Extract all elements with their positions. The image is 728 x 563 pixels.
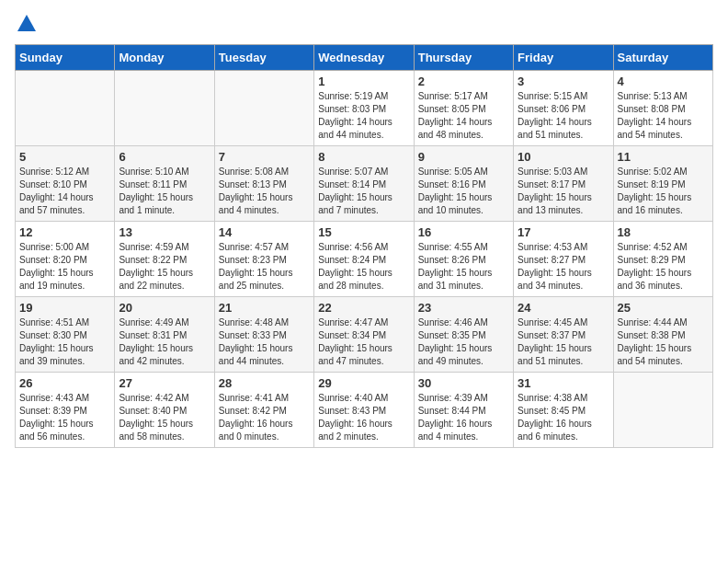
calendar-day-cell: 3Sunrise: 5:15 AM Sunset: 8:06 PM Daylig… <box>514 71 613 146</box>
day-info: Sunrise: 4:47 AM Sunset: 8:34 PM Dayligh… <box>318 316 409 368</box>
calendar-day-cell: 8Sunrise: 5:07 AM Sunset: 8:14 PM Daylig… <box>314 146 414 222</box>
day-info: Sunrise: 4:46 AM Sunset: 8:35 PM Dayligh… <box>418 316 509 368</box>
calendar-day-cell: 21Sunrise: 4:48 AM Sunset: 8:33 PM Dayli… <box>214 297 313 373</box>
day-info: Sunrise: 4:49 AM Sunset: 8:31 PM Dayligh… <box>119 316 210 368</box>
day-number: 31 <box>518 376 609 390</box>
day-number: 4 <box>618 75 709 88</box>
day-number: 15 <box>318 225 409 239</box>
logo-triangle-icon <box>17 15 36 31</box>
calendar-day-cell: 30Sunrise: 4:39 AM Sunset: 8:44 PM Dayli… <box>414 373 513 448</box>
calendar-day-cell: 12Sunrise: 5:00 AM Sunset: 8:20 PM Dayli… <box>16 222 115 297</box>
day-info: Sunrise: 5:08 AM Sunset: 8:13 PM Dayligh… <box>219 166 310 217</box>
calendar-day-cell: 17Sunrise: 4:53 AM Sunset: 8:27 PM Dayli… <box>514 222 613 297</box>
calendar-day-cell <box>16 71 115 146</box>
calendar-week-row: 5Sunrise: 5:12 AM Sunset: 8:10 PM Daylig… <box>16 146 713 222</box>
day-info: Sunrise: 5:05 AM Sunset: 8:16 PM Dayligh… <box>418 166 509 217</box>
day-number: 18 <box>618 225 709 239</box>
calendar-day-cell: 24Sunrise: 4:45 AM Sunset: 8:37 PM Dayli… <box>514 297 613 373</box>
day-info: Sunrise: 4:45 AM Sunset: 8:37 PM Dayligh… <box>518 316 609 368</box>
calendar-day-cell: 16Sunrise: 4:55 AM Sunset: 8:26 PM Dayli… <box>414 222 513 297</box>
calendar-week-row: 12Sunrise: 5:00 AM Sunset: 8:20 PM Dayli… <box>16 222 713 297</box>
calendar-day-cell <box>115 71 214 146</box>
day-info: Sunrise: 4:59 AM Sunset: 8:22 PM Dayligh… <box>119 241 210 293</box>
calendar-day-cell: 14Sunrise: 4:57 AM Sunset: 8:23 PM Dayli… <box>214 222 313 297</box>
day-info: Sunrise: 4:41 AM Sunset: 8:42 PM Dayligh… <box>219 392 310 443</box>
day-number: 14 <box>219 225 310 239</box>
day-number: 26 <box>19 376 110 390</box>
day-info: Sunrise: 5:00 AM Sunset: 8:20 PM Dayligh… <box>19 241 110 293</box>
day-info: Sunrise: 4:39 AM Sunset: 8:44 PM Dayligh… <box>418 392 509 443</box>
day-info: Sunrise: 4:40 AM Sunset: 8:43 PM Dayligh… <box>318 392 409 443</box>
calendar-header-friday: Friday <box>514 45 613 71</box>
calendar-day-cell: 19Sunrise: 4:51 AM Sunset: 8:30 PM Dayli… <box>16 297 115 373</box>
calendar-header-tuesday: Tuesday <box>214 45 313 71</box>
day-number: 24 <box>518 301 609 315</box>
day-number: 11 <box>618 150 709 164</box>
day-number: 8 <box>318 150 409 164</box>
calendar-day-cell: 29Sunrise: 4:40 AM Sunset: 8:43 PM Dayli… <box>314 373 414 448</box>
day-info: Sunrise: 5:12 AM Sunset: 8:10 PM Dayligh… <box>19 166 110 217</box>
calendar-day-cell: 20Sunrise: 4:49 AM Sunset: 8:31 PM Dayli… <box>115 297 214 373</box>
calendar-day-cell: 13Sunrise: 4:59 AM Sunset: 8:22 PM Dayli… <box>115 222 214 297</box>
calendar-header-row: SundayMondayTuesdayWednesdayThursdayFrid… <box>16 45 713 71</box>
day-info: Sunrise: 5:17 AM Sunset: 8:05 PM Dayligh… <box>418 90 509 142</box>
calendar-day-cell: 28Sunrise: 4:41 AM Sunset: 8:42 PM Dayli… <box>214 373 313 448</box>
calendar-day-cell: 27Sunrise: 4:42 AM Sunset: 8:40 PM Dayli… <box>115 373 214 448</box>
calendar-week-row: 19Sunrise: 4:51 AM Sunset: 8:30 PM Dayli… <box>16 297 713 373</box>
calendar-day-cell: 25Sunrise: 4:44 AM Sunset: 8:38 PM Dayli… <box>613 297 712 373</box>
day-info: Sunrise: 5:07 AM Sunset: 8:14 PM Dayligh… <box>318 166 409 217</box>
calendar-day-cell: 11Sunrise: 5:02 AM Sunset: 8:19 PM Dayli… <box>613 146 712 222</box>
calendar-week-row: 26Sunrise: 4:43 AM Sunset: 8:39 PM Dayli… <box>16 373 713 448</box>
day-number: 21 <box>219 301 310 315</box>
calendar-header-saturday: Saturday <box>613 45 712 71</box>
day-number: 5 <box>19 150 110 164</box>
day-number: 25 <box>618 301 709 315</box>
day-number: 12 <box>19 225 110 239</box>
day-number: 7 <box>219 150 310 164</box>
calendar-day-cell: 7Sunrise: 5:08 AM Sunset: 8:13 PM Daylig… <box>214 146 313 222</box>
day-number: 20 <box>119 301 210 315</box>
day-number: 10 <box>518 150 609 164</box>
calendar-day-cell: 9Sunrise: 5:05 AM Sunset: 8:16 PM Daylig… <box>414 146 513 222</box>
calendar-day-cell: 22Sunrise: 4:47 AM Sunset: 8:34 PM Dayli… <box>314 297 414 373</box>
calendar-day-cell <box>613 373 712 448</box>
day-number: 1 <box>318 75 409 88</box>
day-number: 22 <box>318 301 409 315</box>
day-info: Sunrise: 5:02 AM Sunset: 8:19 PM Dayligh… <box>618 166 709 217</box>
calendar-table: SundayMondayTuesdayWednesdayThursdayFrid… <box>15 44 713 448</box>
calendar-day-cell: 6Sunrise: 5:10 AM Sunset: 8:11 PM Daylig… <box>115 146 214 222</box>
calendar-header-wednesday: Wednesday <box>314 45 414 71</box>
calendar-day-cell: 1Sunrise: 5:19 AM Sunset: 8:03 PM Daylig… <box>314 71 414 146</box>
day-info: Sunrise: 4:44 AM Sunset: 8:38 PM Dayligh… <box>618 316 709 368</box>
day-number: 19 <box>19 301 110 315</box>
calendar-header-sunday: Sunday <box>16 45 115 71</box>
day-number: 17 <box>518 225 609 239</box>
day-info: Sunrise: 4:43 AM Sunset: 8:39 PM Dayligh… <box>19 392 110 443</box>
calendar-day-cell: 4Sunrise: 5:13 AM Sunset: 8:08 PM Daylig… <box>613 71 712 146</box>
day-number: 16 <box>418 225 509 239</box>
day-info: Sunrise: 5:03 AM Sunset: 8:17 PM Dayligh… <box>518 166 609 217</box>
calendar-day-cell: 5Sunrise: 5:12 AM Sunset: 8:10 PM Daylig… <box>16 146 115 222</box>
day-info: Sunrise: 4:52 AM Sunset: 8:29 PM Dayligh… <box>618 241 709 293</box>
day-info: Sunrise: 4:55 AM Sunset: 8:26 PM Dayligh… <box>418 241 509 293</box>
page-header <box>15 15 713 33</box>
calendar-day-cell: 15Sunrise: 4:56 AM Sunset: 8:24 PM Dayli… <box>314 222 414 297</box>
day-number: 29 <box>318 376 409 390</box>
calendar-day-cell: 31Sunrise: 4:38 AM Sunset: 8:45 PM Dayli… <box>514 373 613 448</box>
day-number: 6 <box>119 150 210 164</box>
day-info: Sunrise: 4:57 AM Sunset: 8:23 PM Dayligh… <box>219 241 310 293</box>
calendar-day-cell <box>214 71 313 146</box>
calendar-day-cell: 23Sunrise: 4:46 AM Sunset: 8:35 PM Dayli… <box>414 297 513 373</box>
day-number: 28 <box>219 376 310 390</box>
calendar-header-thursday: Thursday <box>414 45 513 71</box>
day-number: 3 <box>518 75 609 88</box>
day-info: Sunrise: 5:13 AM Sunset: 8:08 PM Dayligh… <box>618 90 709 142</box>
calendar-week-row: 1Sunrise: 5:19 AM Sunset: 8:03 PM Daylig… <box>16 71 713 146</box>
logo <box>15 15 36 33</box>
calendar-day-cell: 18Sunrise: 4:52 AM Sunset: 8:29 PM Dayli… <box>613 222 712 297</box>
day-info: Sunrise: 5:19 AM Sunset: 8:03 PM Dayligh… <box>318 90 409 142</box>
day-info: Sunrise: 4:56 AM Sunset: 8:24 PM Dayligh… <box>318 241 409 293</box>
calendar-header-monday: Monday <box>115 45 214 71</box>
day-number: 2 <box>418 75 509 88</box>
day-number: 23 <box>418 301 509 315</box>
